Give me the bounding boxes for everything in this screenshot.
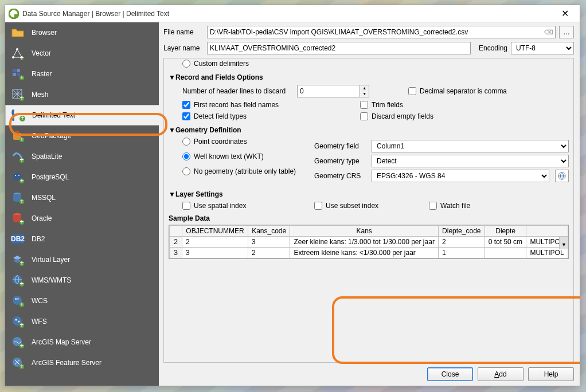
discard-empty-checkbox[interactable]: Discard empty fields [360,112,521,120]
header-lines-input[interactable] [297,85,360,97]
table-cell: 3 [248,237,290,248]
sidebar-item-arcgis-feature-server[interactable]: +ArcGIS Feature Server [5,352,159,373]
sidebar-item-mssql[interactable]: +MSSQL [5,187,159,208]
sidebar-item-wms-wmts[interactable]: +WMS/WMTS [5,270,159,291]
layer-name-input[interactable] [207,42,471,54]
svg-rect-42 [15,298,17,300]
spatialite-icon: + [10,148,26,164]
decimal-comma-checkbox[interactable]: Decimal separator is comma [408,87,569,95]
svg-text:+: + [20,114,24,122]
section-title: Record and Fields Options [175,73,263,81]
sidebar-item-mesh[interactable]: +Mesh [5,84,159,105]
table-cell: 2 [248,248,290,258]
triangle-down-icon: ▼ [169,126,175,134]
postgresql-icon: + [10,169,26,185]
svg-text:+: + [19,280,24,287]
point-coords-radio[interactable]: Point coordinates [182,138,308,146]
db2-icon: DB2 [10,231,26,247]
vertical-scrollbar[interactable]: ▲▼ [559,237,568,249]
sidebar-item-postgresql[interactable]: +PostgreSQL [5,167,159,187]
sidebar-item-vector[interactable]: +Vector [5,43,159,64]
custom-delimiters-radio[interactable]: Custom delimiters [182,60,569,68]
help-button[interactable]: Help [528,367,574,381]
sidebar-item-delimited-text[interactable]: +Delimited Text [5,105,159,126]
svg-text:+: + [19,94,24,101]
geometry-crs-select[interactable]: EPSG:4326 - WGS 84 [372,170,549,182]
table-cell: 1 [438,248,485,258]
sidebar-item-raster[interactable]: +Raster [5,64,159,84]
geometry-type-select[interactable]: Detect [372,155,569,167]
spin-up-icon[interactable]: ▲ [360,85,369,91]
layer-settings-header[interactable]: ▼Layer Settings [169,190,569,198]
geometry-crs-label: Geometry CRS [314,172,366,180]
scroll-down-icon[interactable]: ▼ [560,240,568,249]
sidebar: Browser +Vector +Raster +Mesh +Delimited… [5,22,159,386]
button-label: Help [544,370,558,378]
spin-down-icon[interactable]: ▼ [360,91,369,97]
sidebar-item-arcgis-map-server[interactable]: +ArcGIS Map Server [5,332,159,352]
detect-types-checkbox[interactable]: Detect field types [182,112,349,120]
sidebar-item-label: Virtual Layer [32,256,70,264]
record-options-header[interactable]: ▼Record and Fields Options [169,73,569,81]
table-header [170,226,182,237]
svg-point-3 [16,48,18,50]
sidebar-item-spatialite[interactable]: +SpatiaLite [5,146,159,167]
svg-text:+: + [19,300,24,307]
no-geometry-radio[interactable]: No geometry (attribute only table) [182,167,308,175]
sidebar-item-label: DB2 [32,235,45,243]
radio-label: Custom delimiters [194,60,249,68]
svg-rect-43 [17,298,19,300]
sidebar-item-label: Vector [32,49,51,57]
wkt-radio[interactable]: Well known text (WKT) [182,152,308,160]
header-lines-spinner[interactable]: ▲▼ [297,85,369,97]
table-cell: Zeer kleine kans: 1/3.000 tot 1/30.000 p… [290,237,439,248]
browse-button[interactable]: … [559,26,574,38]
table-row[interactable]: 2 2 3 Zeer kleine kans: 1/3.000 tot 1/30… [170,237,568,248]
geometry-definition-header[interactable]: ▼Geometry Definition [169,126,569,134]
sidebar-item-browser[interactable]: Browser [5,22,159,43]
first-record-checkbox[interactable]: First record has field names [182,101,349,109]
close-button[interactable]: ✕ [553,6,576,22]
sample-data-header: Sample Data [169,214,569,222]
file-name-input[interactable] [207,26,556,38]
folder-icon [10,25,26,41]
button-label: Close [442,370,459,378]
svg-point-25 [18,175,19,176]
svg-rect-1 [14,14,18,18]
window-title: Data Source Manager | Browser | Delimite… [22,10,553,18]
encoding-select[interactable]: UTF-8 [511,42,574,54]
table-cell: 3 [182,248,248,258]
layer-name-label: Layer name [163,44,204,52]
add-button[interactable]: Add [478,367,524,381]
subset-index-checkbox[interactable]: Use subset index [314,202,417,210]
main-panel: File name ⌫ … Layer name Encoding UTF-8 … [159,22,580,386]
sidebar-item-label: Delimited Text [32,111,75,119]
sidebar-item-label: ArcGIS Feature Server [32,359,101,367]
sidebar-item-label: WFS [32,317,47,326]
svg-point-2 [12,56,14,58]
table-header: Diepte [485,226,526,237]
sidebar-item-label: Browser [32,29,57,37]
sidebar-item-geopackage[interactable]: +GeoPackage [5,126,159,146]
sample-data-scroll[interactable]: OBJECTNUMMER Kans_code Kans Diepte_code … [169,225,568,258]
watch-file-checkbox[interactable]: Watch file [429,202,470,210]
sidebar-item-virtual-layer[interactable]: +Virtual Layer [5,249,159,270]
clear-file-icon[interactable]: ⌫ [544,28,553,37]
sidebar-item-db2[interactable]: DB2DB2 [5,229,159,249]
mssql-icon: + [10,190,26,206]
mesh-icon: + [10,87,26,103]
options-panel: Custom delimiters ▼Record and Fields Opt… [163,58,574,363]
trim-fields-checkbox[interactable]: Trim fields [360,101,521,109]
crs-picker-button[interactable] [555,170,569,182]
sidebar-item-oracle[interactable]: +Oracle [5,208,159,229]
close-dialog-button[interactable]: Close [427,367,473,381]
sidebar-item-wcs[interactable]: +WCS [5,291,159,311]
table-cell: 0 tot 50 cm [485,237,526,248]
geometry-field-select[interactable]: Column1 [372,140,569,152]
table-row[interactable]: 3 3 2 Extreem kleine kans: <1/30.000 per… [170,248,568,258]
checkbox-label: Use subset index [326,202,378,210]
arcgis-feature-icon: + [10,355,26,371]
sidebar-item-label: Mesh [32,91,48,99]
sidebar-item-wfs[interactable]: +WFS [5,311,159,332]
spatial-index-checkbox[interactable]: Use spatial index [182,202,303,210]
